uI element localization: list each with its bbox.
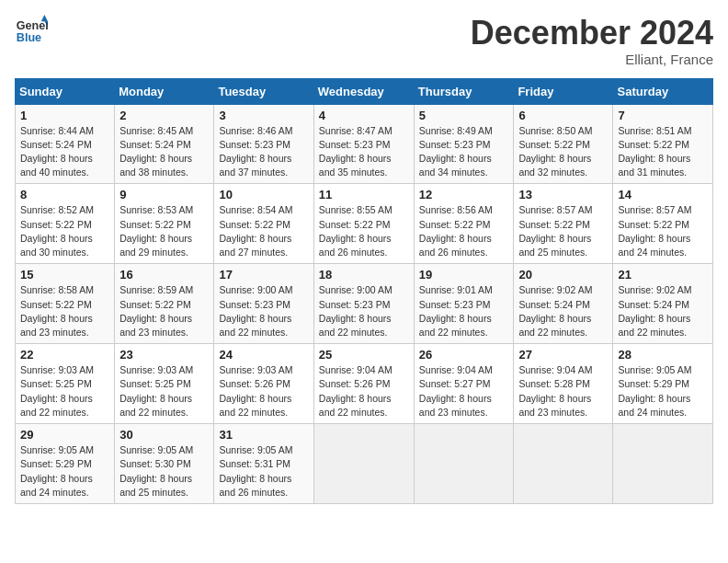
day-info: Sunrise: 9:03 AM Sunset: 5:25 PM Dayligh… <box>20 363 109 419</box>
day-of-week-header: Wednesday <box>313 78 414 104</box>
day-number: 27 <box>518 348 608 362</box>
calendar-week-row: 8Sunrise: 8:52 AM Sunset: 5:22 PM Daylig… <box>16 184 713 264</box>
day-info: Sunrise: 8:59 AM Sunset: 5:22 PM Dayligh… <box>119 283 209 339</box>
day-info: Sunrise: 8:52 AM Sunset: 5:22 PM Dayligh… <box>20 203 109 259</box>
calendar-cell: 21Sunrise: 9:02 AM Sunset: 5:24 PM Dayli… <box>613 264 713 344</box>
month-title: December 2024 <box>471 15 713 52</box>
day-info: Sunrise: 8:47 AM Sunset: 5:23 PM Dayligh… <box>319 124 409 180</box>
day-info: Sunrise: 8:53 AM Sunset: 5:22 PM Dayligh… <box>119 203 209 259</box>
calendar-cell: 27Sunrise: 9:04 AM Sunset: 5:28 PM Dayli… <box>514 344 613 424</box>
day-info: Sunrise: 8:51 AM Sunset: 5:22 PM Dayligh… <box>618 124 708 180</box>
calendar-cell <box>613 424 713 504</box>
day-number: 25 <box>319 348 409 362</box>
day-info: Sunrise: 9:00 AM Sunset: 5:23 PM Dayligh… <box>219 283 308 339</box>
calendar-cell: 10Sunrise: 8:54 AM Sunset: 5:22 PM Dayli… <box>214 184 313 264</box>
day-number: 26 <box>419 348 509 362</box>
day-number: 15 <box>20 268 109 282</box>
day-info: Sunrise: 9:03 AM Sunset: 5:26 PM Dayligh… <box>219 363 308 419</box>
logo: General Blue <box>15 15 48 48</box>
day-number: 14 <box>618 188 708 201</box>
calendar-cell: 13Sunrise: 8:57 AM Sunset: 5:22 PM Dayli… <box>514 184 613 264</box>
calendar-cell <box>514 424 613 504</box>
calendar-cell: 3Sunrise: 8:46 AM Sunset: 5:23 PM Daylig… <box>214 104 313 184</box>
day-of-week-header: Thursday <box>414 78 514 104</box>
day-number: 11 <box>319 188 409 201</box>
day-of-week-header: Sunday <box>16 78 115 104</box>
day-info: Sunrise: 9:00 AM Sunset: 5:23 PM Dayligh… <box>319 283 409 339</box>
calendar-cell: 6Sunrise: 8:50 AM Sunset: 5:22 PM Daylig… <box>514 104 613 184</box>
day-number: 20 <box>518 268 608 282</box>
day-number: 21 <box>618 268 708 282</box>
day-info: Sunrise: 9:05 AM Sunset: 5:30 PM Dayligh… <box>119 443 209 500</box>
calendar-table: SundayMondayTuesdayWednesdayThursdayFrid… <box>15 78 713 504</box>
day-number: 12 <box>419 188 509 201</box>
day-info: Sunrise: 9:05 AM Sunset: 5:31 PM Dayligh… <box>219 443 308 500</box>
day-number: 7 <box>618 109 708 122</box>
calendar-cell: 8Sunrise: 8:52 AM Sunset: 5:22 PM Daylig… <box>16 184 115 264</box>
day-of-week-header: Saturday <box>613 78 713 104</box>
day-number: 17 <box>219 268 308 282</box>
day-info: Sunrise: 8:58 AM Sunset: 5:22 PM Dayligh… <box>20 283 109 339</box>
calendar-header-row: SundayMondayTuesdayWednesdayThursdayFrid… <box>16 78 713 104</box>
calendar-cell: 18Sunrise: 9:00 AM Sunset: 5:23 PM Dayli… <box>313 264 414 344</box>
calendar-cell: 20Sunrise: 9:02 AM Sunset: 5:24 PM Dayli… <box>514 264 613 344</box>
day-info: Sunrise: 9:04 AM Sunset: 5:26 PM Dayligh… <box>319 363 409 419</box>
calendar-cell: 31Sunrise: 9:05 AM Sunset: 5:31 PM Dayli… <box>214 424 313 504</box>
calendar-cell: 2Sunrise: 8:45 AM Sunset: 5:24 PM Daylig… <box>115 104 214 184</box>
calendar-cell: 12Sunrise: 8:56 AM Sunset: 5:22 PM Dayli… <box>414 184 514 264</box>
day-number: 10 <box>219 188 308 201</box>
day-info: Sunrise: 8:57 AM Sunset: 5:22 PM Dayligh… <box>618 203 708 259</box>
day-number: 8 <box>20 188 109 201</box>
day-info: Sunrise: 9:03 AM Sunset: 5:25 PM Dayligh… <box>119 363 209 419</box>
day-info: Sunrise: 8:45 AM Sunset: 5:24 PM Dayligh… <box>119 124 209 180</box>
calendar-cell: 23Sunrise: 9:03 AM Sunset: 5:25 PM Dayli… <box>115 344 214 424</box>
calendar-week-row: 29Sunrise: 9:05 AM Sunset: 5:29 PM Dayli… <box>16 424 713 504</box>
calendar-cell: 1Sunrise: 8:44 AM Sunset: 5:24 PM Daylig… <box>16 104 115 184</box>
calendar-cell: 11Sunrise: 8:55 AM Sunset: 5:22 PM Dayli… <box>313 184 414 264</box>
day-number: 3 <box>219 109 308 122</box>
day-number: 30 <box>119 428 209 442</box>
day-number: 19 <box>419 268 509 282</box>
day-info: Sunrise: 8:46 AM Sunset: 5:23 PM Dayligh… <box>219 124 308 180</box>
calendar-cell <box>313 424 414 504</box>
calendar-cell: 4Sunrise: 8:47 AM Sunset: 5:23 PM Daylig… <box>313 104 414 184</box>
day-info: Sunrise: 8:56 AM Sunset: 5:22 PM Dayligh… <box>419 203 509 259</box>
day-number: 31 <box>219 428 308 442</box>
calendar-body: 1Sunrise: 8:44 AM Sunset: 5:24 PM Daylig… <box>16 104 713 503</box>
day-number: 6 <box>518 109 608 122</box>
location: Elliant, France <box>471 52 713 67</box>
day-info: Sunrise: 9:01 AM Sunset: 5:23 PM Dayligh… <box>419 283 509 339</box>
calendar-cell: 5Sunrise: 8:49 AM Sunset: 5:23 PM Daylig… <box>414 104 514 184</box>
calendar-cell: 15Sunrise: 8:58 AM Sunset: 5:22 PM Dayli… <box>16 264 115 344</box>
calendar-cell: 7Sunrise: 8:51 AM Sunset: 5:22 PM Daylig… <box>613 104 713 184</box>
day-info: Sunrise: 9:02 AM Sunset: 5:24 PM Dayligh… <box>618 283 708 339</box>
calendar-cell: 19Sunrise: 9:01 AM Sunset: 5:23 PM Dayli… <box>414 264 514 344</box>
day-number: 5 <box>419 109 509 122</box>
day-number: 9 <box>119 188 209 201</box>
calendar-week-row: 15Sunrise: 8:58 AM Sunset: 5:22 PM Dayli… <box>16 264 713 344</box>
day-info: Sunrise: 9:05 AM Sunset: 5:29 PM Dayligh… <box>20 443 109 500</box>
svg-marker-2 <box>41 15 48 21</box>
calendar-cell: 29Sunrise: 9:05 AM Sunset: 5:29 PM Dayli… <box>16 424 115 504</box>
day-number: 22 <box>20 348 109 362</box>
day-info: Sunrise: 9:04 AM Sunset: 5:28 PM Dayligh… <box>518 363 608 419</box>
day-of-week-header: Friday <box>514 78 613 104</box>
day-info: Sunrise: 9:04 AM Sunset: 5:27 PM Dayligh… <box>419 363 509 419</box>
day-info: Sunrise: 8:49 AM Sunset: 5:23 PM Dayligh… <box>419 124 509 180</box>
title-area: December 2024 Elliant, France <box>471 15 713 67</box>
day-number: 18 <box>319 268 409 282</box>
day-number: 23 <box>119 348 209 362</box>
logo-icon: General Blue <box>15 15 48 48</box>
calendar-cell <box>414 424 514 504</box>
day-of-week-header: Monday <box>115 78 214 104</box>
calendar-cell: 22Sunrise: 9:03 AM Sunset: 5:25 PM Dayli… <box>16 344 115 424</box>
svg-text:Blue: Blue <box>17 31 41 44</box>
day-info: Sunrise: 8:57 AM Sunset: 5:22 PM Dayligh… <box>518 203 608 259</box>
day-number: 4 <box>319 109 409 122</box>
calendar-cell: 9Sunrise: 8:53 AM Sunset: 5:22 PM Daylig… <box>115 184 214 264</box>
header: General Blue December 2024 Elliant, Fran… <box>15 15 713 67</box>
day-info: Sunrise: 8:54 AM Sunset: 5:22 PM Dayligh… <box>219 203 308 259</box>
day-number: 2 <box>119 109 209 122</box>
day-number: 13 <box>518 188 608 201</box>
day-info: Sunrise: 9:05 AM Sunset: 5:29 PM Dayligh… <box>618 363 708 419</box>
